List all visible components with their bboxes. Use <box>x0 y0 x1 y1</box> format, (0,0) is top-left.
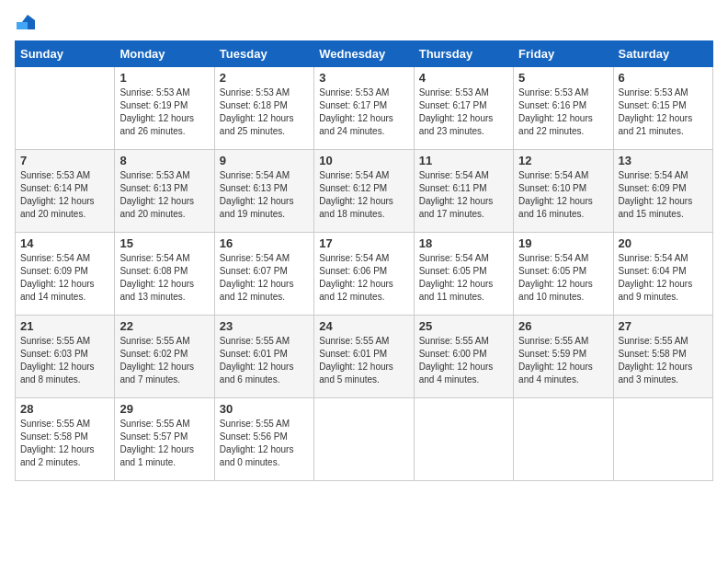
day-info: Sunrise: 5:53 AMSunset: 6:14 PMDaylight:… <box>20 169 109 221</box>
calendar-cell: 28Sunrise: 5:55 AMSunset: 5:58 PMDayligh… <box>16 398 115 481</box>
calendar-week-row: 21Sunrise: 5:55 AMSunset: 6:03 PMDayligh… <box>16 316 713 398</box>
calendar-cell: 3Sunrise: 5:53 AMSunset: 6:17 PMDaylight… <box>314 67 414 150</box>
day-info: Sunrise: 5:53 AMSunset: 6:19 PMDaylight:… <box>119 86 209 138</box>
calendar-cell: 9Sunrise: 5:54 AMSunset: 6:13 PMDaylight… <box>214 150 313 233</box>
calendar-cell: 14Sunrise: 5:54 AMSunset: 6:09 PMDayligh… <box>16 233 115 316</box>
day-number: 1 <box>119 71 209 85</box>
logo <box>15 15 37 29</box>
calendar-cell: 10Sunrise: 5:54 AMSunset: 6:12 PMDayligh… <box>314 150 414 233</box>
day-number: 26 <box>518 319 608 333</box>
day-number: 16 <box>220 236 309 250</box>
calendar-cell: 19Sunrise: 5:54 AMSunset: 6:05 PMDayligh… <box>514 233 613 316</box>
calendar-cell: 16Sunrise: 5:54 AMSunset: 6:07 PMDayligh… <box>214 233 313 316</box>
day-number: 30 <box>220 402 309 416</box>
calendar-cell: 7Sunrise: 5:53 AMSunset: 6:14 PMDaylight… <box>16 150 115 233</box>
day-info: Sunrise: 5:54 AMSunset: 6:12 PMDaylight:… <box>319 169 408 221</box>
calendar-week-row: 28Sunrise: 5:55 AMSunset: 5:58 PMDayligh… <box>16 398 713 481</box>
day-number: 19 <box>518 236 608 250</box>
calendar-table: SundayMondayTuesdayWednesdayThursdayFrid… <box>15 40 713 481</box>
calendar-cell: 20Sunrise: 5:54 AMSunset: 6:04 PMDayligh… <box>613 233 712 316</box>
calendar-cell <box>613 398 712 481</box>
day-number: 3 <box>319 71 408 85</box>
day-info: Sunrise: 5:55 AMSunset: 6:02 PMDaylight:… <box>119 335 209 386</box>
day-number: 20 <box>619 236 708 250</box>
day-info: Sunrise: 5:54 AMSunset: 6:05 PMDaylight:… <box>419 252 508 304</box>
day-number: 11 <box>419 154 508 167</box>
day-number: 23 <box>220 319 309 333</box>
calendar-cell <box>16 67 115 150</box>
calendar-cell: 13Sunrise: 5:54 AMSunset: 6:09 PMDayligh… <box>613 150 712 233</box>
day-info: Sunrise: 5:54 AMSunset: 6:10 PMDaylight:… <box>518 169 608 221</box>
day-number: 5 <box>518 71 608 85</box>
day-info: Sunrise: 5:54 AMSunset: 6:07 PMDaylight:… <box>220 252 309 304</box>
day-info: Sunrise: 5:53 AMSunset: 6:17 PMDaylight:… <box>319 86 408 138</box>
day-info: Sunrise: 5:55 AMSunset: 5:58 PMDaylight:… <box>20 418 109 469</box>
calendar-cell: 30Sunrise: 5:55 AMSunset: 5:56 PMDayligh… <box>214 398 313 481</box>
day-info: Sunrise: 5:54 AMSunset: 6:05 PMDaylight:… <box>518 252 608 304</box>
calendar-cell: 4Sunrise: 5:53 AMSunset: 6:17 PMDaylight… <box>414 67 513 150</box>
calendar-cell: 2Sunrise: 5:53 AMSunset: 6:18 PMDaylight… <box>214 67 313 150</box>
logo-icon <box>17 15 35 29</box>
calendar-week-row: 14Sunrise: 5:54 AMSunset: 6:09 PMDayligh… <box>16 233 713 316</box>
day-info: Sunrise: 5:54 AMSunset: 6:08 PMDaylight:… <box>119 252 209 304</box>
day-number: 17 <box>319 236 408 250</box>
calendar-cell: 6Sunrise: 5:53 AMSunset: 6:15 PMDaylight… <box>613 67 712 150</box>
day-info: Sunrise: 5:55 AMSunset: 5:57 PMDaylight:… <box>119 418 209 469</box>
day-number: 10 <box>319 154 408 167</box>
day-info: Sunrise: 5:55 AMSunset: 5:56 PMDaylight:… <box>220 418 309 469</box>
day-number: 15 <box>119 236 209 250</box>
day-number: 7 <box>20 154 109 167</box>
day-info: Sunrise: 5:54 AMSunset: 6:11 PMDaylight:… <box>419 169 508 221</box>
weekday-header-friday: Friday <box>514 41 613 67</box>
weekday-header-thursday: Thursday <box>414 41 513 67</box>
calendar-cell: 26Sunrise: 5:55 AMSunset: 5:59 PMDayligh… <box>514 316 613 398</box>
day-info: Sunrise: 5:53 AMSunset: 6:13 PMDaylight:… <box>119 169 209 221</box>
calendar-cell: 23Sunrise: 5:55 AMSunset: 6:01 PMDayligh… <box>214 316 313 398</box>
weekday-header-sunday: Sunday <box>16 41 115 67</box>
calendar-cell: 11Sunrise: 5:54 AMSunset: 6:11 PMDayligh… <box>414 150 513 233</box>
day-info: Sunrise: 5:53 AMSunset: 6:17 PMDaylight:… <box>419 86 508 138</box>
day-info: Sunrise: 5:53 AMSunset: 6:18 PMDaylight:… <box>220 86 309 138</box>
calendar-week-row: 1Sunrise: 5:53 AMSunset: 6:19 PMDaylight… <box>16 67 713 150</box>
calendar-cell: 18Sunrise: 5:54 AMSunset: 6:05 PMDayligh… <box>414 233 513 316</box>
calendar-week-row: 7Sunrise: 5:53 AMSunset: 6:14 PMDaylight… <box>16 150 713 233</box>
day-number: 18 <box>419 236 508 250</box>
weekday-header-tuesday: Tuesday <box>214 41 313 67</box>
day-info: Sunrise: 5:55 AMSunset: 6:03 PMDaylight:… <box>20 335 109 386</box>
calendar-cell: 29Sunrise: 5:55 AMSunset: 5:57 PMDayligh… <box>115 398 214 481</box>
day-number: 8 <box>119 154 209 167</box>
calendar-cell: 12Sunrise: 5:54 AMSunset: 6:10 PMDayligh… <box>514 150 613 233</box>
day-info: Sunrise: 5:53 AMSunset: 6:15 PMDaylight:… <box>619 86 708 138</box>
day-number: 14 <box>20 236 109 250</box>
weekday-header-row: SundayMondayTuesdayWednesdayThursdayFrid… <box>16 41 713 67</box>
calendar-cell: 8Sunrise: 5:53 AMSunset: 6:13 PMDaylight… <box>115 150 214 233</box>
day-number: 4 <box>419 71 508 85</box>
calendar-cell: 5Sunrise: 5:53 AMSunset: 6:16 PMDaylight… <box>514 67 613 150</box>
calendar-cell: 21Sunrise: 5:55 AMSunset: 6:03 PMDayligh… <box>16 316 115 398</box>
calendar-cell: 15Sunrise: 5:54 AMSunset: 6:08 PMDayligh… <box>115 233 214 316</box>
day-number: 6 <box>619 71 708 85</box>
day-info: Sunrise: 5:54 AMSunset: 6:06 PMDaylight:… <box>319 252 408 304</box>
day-number: 2 <box>220 71 309 85</box>
day-number: 28 <box>20 402 109 416</box>
day-number: 13 <box>619 154 708 167</box>
calendar-cell: 24Sunrise: 5:55 AMSunset: 6:01 PMDayligh… <box>314 316 414 398</box>
day-number: 25 <box>419 319 508 333</box>
calendar-cell <box>414 398 513 481</box>
calendar-cell: 27Sunrise: 5:55 AMSunset: 5:58 PMDayligh… <box>613 316 712 398</box>
day-info: Sunrise: 5:55 AMSunset: 6:00 PMDaylight:… <box>419 335 508 386</box>
calendar-cell: 25Sunrise: 5:55 AMSunset: 6:00 PMDayligh… <box>414 316 513 398</box>
day-number: 24 <box>319 319 408 333</box>
calendar-cell <box>514 398 613 481</box>
day-number: 12 <box>518 154 608 167</box>
day-number: 21 <box>20 319 109 333</box>
svg-marker-1 <box>17 22 28 29</box>
page-header <box>15 15 713 29</box>
weekday-header-saturday: Saturday <box>613 41 712 67</box>
day-info: Sunrise: 5:55 AMSunset: 5:59 PMDaylight:… <box>518 335 608 386</box>
day-info: Sunrise: 5:55 AMSunset: 6:01 PMDaylight:… <box>319 335 408 386</box>
calendar-cell: 1Sunrise: 5:53 AMSunset: 6:19 PMDaylight… <box>115 67 214 150</box>
day-info: Sunrise: 5:55 AMSunset: 6:01 PMDaylight:… <box>220 335 309 386</box>
weekday-header-wednesday: Wednesday <box>314 41 414 67</box>
day-info: Sunrise: 5:54 AMSunset: 6:13 PMDaylight:… <box>220 169 309 221</box>
